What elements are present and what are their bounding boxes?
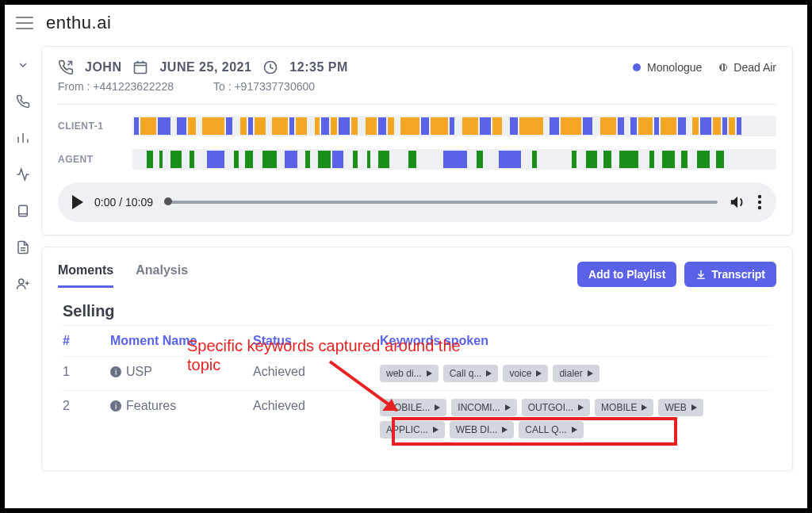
keyword-chip[interactable]: MOBILE xyxy=(595,399,653,416)
play-icon xyxy=(435,404,440,411)
player-time: 0:00 / 10:09 xyxy=(94,196,153,209)
app-title: enthu.ai xyxy=(46,13,111,33)
clock-icon xyxy=(262,59,278,75)
to-label: To : xyxy=(213,80,232,93)
annotation-arrow-icon xyxy=(322,354,417,425)
play-icon xyxy=(642,404,647,411)
chevron-down-icon[interactable] xyxy=(15,57,31,73)
progress-bar[interactable] xyxy=(164,201,718,204)
activity-icon[interactable] xyxy=(15,167,31,182)
annotation-box xyxy=(392,417,677,446)
users-icon[interactable] xyxy=(15,276,31,292)
client-waveform[interactable] xyxy=(132,116,776,136)
call-out-icon xyxy=(58,59,74,75)
sidebar xyxy=(5,41,41,507)
call-date: JUNE 25, 2021 xyxy=(159,60,251,75)
svg-line-20 xyxy=(330,362,397,411)
track2-label: AGENT xyxy=(58,154,121,165)
col-num: # xyxy=(63,334,110,348)
info-icon[interactable]: i xyxy=(110,400,121,412)
legend-monologue-dot xyxy=(633,63,641,71)
calendar-icon xyxy=(132,59,148,75)
tab-moments[interactable]: Moments xyxy=(58,260,113,288)
keyword-chip[interactable]: WEB xyxy=(658,399,703,416)
play-icon xyxy=(588,370,593,377)
chart-icon[interactable] xyxy=(15,130,31,146)
phone-icon[interactable] xyxy=(15,94,31,109)
legend-deadair-dot xyxy=(719,63,727,71)
play-icon xyxy=(691,404,697,411)
menu-icon[interactable] xyxy=(16,17,33,29)
agent-waveform[interactable] xyxy=(132,149,776,170)
to-number: +917337730600 xyxy=(234,80,315,93)
book-icon[interactable] xyxy=(15,203,31,219)
call-time: 12:35 PM xyxy=(289,60,347,75)
legend-deadair: Dead Air xyxy=(733,61,776,74)
row-num: 1 xyxy=(63,365,110,379)
legend-monologue: Monologue xyxy=(647,61,702,74)
add-playlist-button[interactable]: Add to Playlist xyxy=(577,262,676,287)
moment-name: iFeatures xyxy=(110,399,253,413)
agent-name: JOHN xyxy=(85,60,121,75)
from-number: +441223622228 xyxy=(93,80,174,93)
play-icon xyxy=(578,404,584,411)
volume-icon[interactable] xyxy=(729,193,746,211)
section-title: Selling xyxy=(63,302,772,320)
svg-point-17 xyxy=(758,201,761,204)
play-icon xyxy=(505,404,511,411)
keyword-chip[interactable]: dialer xyxy=(553,365,599,382)
keyword-chip[interactable]: INCOMI... xyxy=(451,399,516,416)
svg-rect-3 xyxy=(19,205,28,216)
play-icon xyxy=(536,370,542,377)
player-menu-icon[interactable] xyxy=(757,194,762,210)
svg-rect-11 xyxy=(135,63,147,73)
svg-point-18 xyxy=(758,206,761,209)
keyword-chip[interactable]: voice xyxy=(503,365,548,382)
row-num: 2 xyxy=(63,399,110,413)
play-button[interactable] xyxy=(72,195,83,209)
call-card: JOHN JUNE 25, 2021 12:35 PM Monologue De… xyxy=(41,46,793,235)
from-label: From : xyxy=(58,80,90,93)
audio-player: 0:00 / 10:09 xyxy=(58,182,776,222)
svg-point-7 xyxy=(19,279,24,284)
keyword-chip[interactable]: OUTGOI... xyxy=(522,399,590,416)
svg-point-16 xyxy=(758,195,761,198)
transcript-button[interactable]: Transcript xyxy=(684,262,776,287)
tab-analysis[interactable]: Analysis xyxy=(136,260,188,288)
document-icon[interactable] xyxy=(15,239,31,255)
info-icon[interactable]: i xyxy=(110,366,121,377)
track1-label: CLIENT-1 xyxy=(58,121,121,132)
